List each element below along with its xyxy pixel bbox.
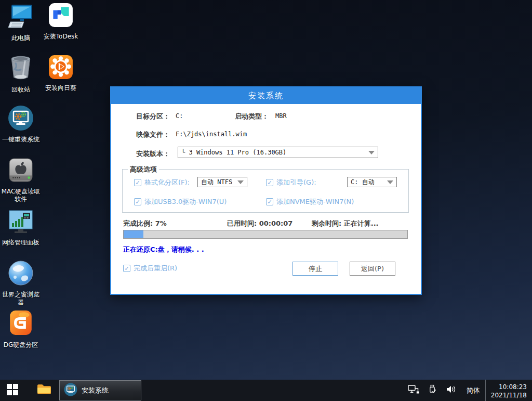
usb3-driver-label: 添加USB3.0驱动-WIN7(U)	[144, 197, 227, 206]
desktop-icon-label: DG硬盘分区	[4, 341, 38, 349]
chevron-down-icon	[368, 151, 375, 154]
network-tray-button[interactable]	[403, 385, 424, 396]
install-version-value: └ 3 Windows 11 Pro (16.30GB)	[181, 149, 365, 156]
input-language-button[interactable]: 简体	[461, 386, 485, 395]
dialog-body: 目标分区： C: 启动类型： MBR 映像文件： F:\Zjds\install…	[111, 104, 421, 294]
desktop-icon-label: 安装ToDesk	[44, 33, 78, 41]
sunflower-icon	[48, 55, 74, 82]
taskbar: 安装系统	[0, 380, 532, 401]
install-system-app-icon	[64, 383, 77, 398]
speaker-icon	[446, 385, 457, 396]
dialog-title: 安装系统	[248, 91, 284, 101]
progress-bar	[123, 230, 408, 239]
desktop-icon-label: MAC硬盘读取软件	[1, 188, 41, 203]
restart-after-label: 完成后重启(R)	[134, 264, 177, 273]
back-button-label: 返回(P)	[361, 264, 384, 274]
remaining-time-text: 剩余时间: 正在计算...	[312, 219, 379, 228]
desktop-icon-mac-disk[interactable]: MAC硬盘读取软件	[1, 157, 41, 203]
install-version-dropdown[interactable]: └ 3 Windows 11 Pro (16.30GB)	[178, 147, 378, 158]
browser-globe-icon	[8, 260, 34, 288]
desktop-icon-label: 回收站	[11, 86, 30, 94]
desktop-icon-recycle-bin[interactable]: 回收站	[1, 54, 41, 94]
todesk-icon	[48, 2, 74, 30]
desktop-icon-label: 世界之窗浏览器	[1, 291, 41, 306]
desktop-icon-label: 此电脑	[11, 34, 30, 42]
taskbar-app-install-system[interactable]: 安装系统	[59, 380, 141, 400]
taskbar-app-label: 安装系统	[82, 386, 109, 395]
elapsed-time-text: 已用时间: 00:00:07	[227, 219, 292, 228]
file-explorer-button[interactable]	[32, 380, 55, 401]
nvme-driver-checkbox[interactable]: 添加NVME驱动-WIN7(N)	[266, 197, 354, 206]
chevron-down-icon	[387, 180, 393, 184]
checkbox-checked-icon	[266, 198, 273, 205]
desktop: { "desktop": { "icons": [ { "label": "此电…	[0, 0, 532, 401]
this-pc-icon	[8, 4, 34, 32]
image-file-value: F:\Zjds\install.wim	[176, 131, 247, 138]
boot-target-dropdown[interactable]: C: 自动	[347, 177, 397, 187]
usb-eject-button[interactable]	[424, 384, 441, 396]
reinstall-system-icon	[8, 105, 34, 133]
progress-percent-text: 完成比例: 7%	[123, 219, 167, 228]
desktop-icon-label: 一键重装系统	[2, 136, 39, 144]
dialog-title-bar[interactable]: 安装系统	[111, 87, 421, 104]
clock-button[interactable]: 10:08:23 2021/11/18	[485, 380, 532, 401]
progress-bar-fill	[124, 230, 143, 238]
usb3-driver-checkbox[interactable]: 添加USB3.0驱动-WIN7(U)	[134, 197, 227, 206]
windows-logo-icon	[7, 384, 18, 397]
stop-button[interactable]: 停止	[292, 262, 338, 276]
checkbox-checked-icon	[134, 179, 141, 186]
folder-icon	[37, 383, 51, 397]
restart-after-checkbox[interactable]: 完成后重启(R)	[123, 264, 177, 273]
stop-button-label: 停止	[309, 264, 322, 274]
format-partition-checkbox[interactable]: 格式化分区(F):	[134, 178, 190, 187]
dg-partition-icon	[8, 309, 34, 339]
checkbox-checked-icon	[134, 198, 141, 205]
desktop-icon-network-panel[interactable]: 网络管理面板	[1, 210, 41, 247]
format-mode-dropdown[interactable]: 自动 NTFS	[197, 177, 247, 187]
mac-disk-icon	[8, 157, 34, 185]
desktop-icon-label: 网络管理面板	[2, 239, 39, 247]
desktop-icon-browser[interactable]: 世界之窗浏览器	[1, 260, 41, 306]
add-boot-checkbox[interactable]: 添加引导(G):	[266, 178, 316, 187]
recycle-bin-icon	[9, 54, 33, 83]
desktop-icon-sunflower[interactable]: 安装向日葵	[41, 55, 81, 92]
target-partition-value: C:	[176, 112, 183, 120]
start-button[interactable]	[0, 380, 25, 401]
nvme-driver-label: 添加NVME驱动-WIN7(N)	[276, 197, 354, 206]
advanced-options-legend: 高级选项	[128, 165, 159, 174]
boot-type-value: MBR	[275, 112, 287, 120]
network-icon	[408, 385, 419, 396]
volume-button[interactable]	[441, 385, 461, 396]
desktop-icon-dg-partition[interactable]: DG硬盘分区	[1, 309, 41, 349]
checkbox-checked-icon	[266, 179, 273, 186]
target-partition-label: 目标分区：	[136, 112, 170, 121]
boot-target-value: C: 自动	[351, 178, 384, 187]
install-version-label: 安装版本：	[136, 149, 170, 159]
desktop-icon-label: 安装向日葵	[45, 84, 76, 92]
network-panel-icon	[8, 210, 33, 236]
desktop-icon-this-pc[interactable]: 此电脑	[1, 4, 41, 42]
install-system-dialog: 安装系统 目标分区： C: 启动类型： MBR 映像文件： F:\Zjds\in…	[110, 86, 422, 295]
boot-type-label: 启动类型：	[235, 112, 269, 121]
restore-status-text: 正在还原C:盘，请稍候. . .	[123, 245, 204, 254]
system-tray: 简体 10:08:23 2021/11/18	[403, 380, 532, 401]
back-button[interactable]: 返回(P)	[350, 262, 395, 276]
add-boot-label: 添加引导(G):	[276, 178, 316, 187]
image-file-label: 映像文件：	[136, 130, 170, 139]
chevron-down-icon	[237, 180, 244, 184]
tray-time: 10:08:23	[499, 383, 527, 391]
usb-icon	[429, 384, 436, 396]
desktop-icon-reinstall[interactable]: 一键重装系统	[1, 105, 41, 144]
desktop-icon-todesk[interactable]: 安装ToDesk	[41, 2, 81, 41]
advanced-options-group: 高级选项 格式化分区(F): 自动 NTFS 添加引导(G): C: 自动 添加…	[122, 169, 409, 213]
checkbox-checked-icon	[123, 265, 130, 272]
format-mode-value: 自动 NTFS	[201, 178, 234, 187]
tray-date: 2021/11/18	[491, 391, 527, 399]
format-partition-label: 格式化分区(F):	[144, 178, 190, 187]
